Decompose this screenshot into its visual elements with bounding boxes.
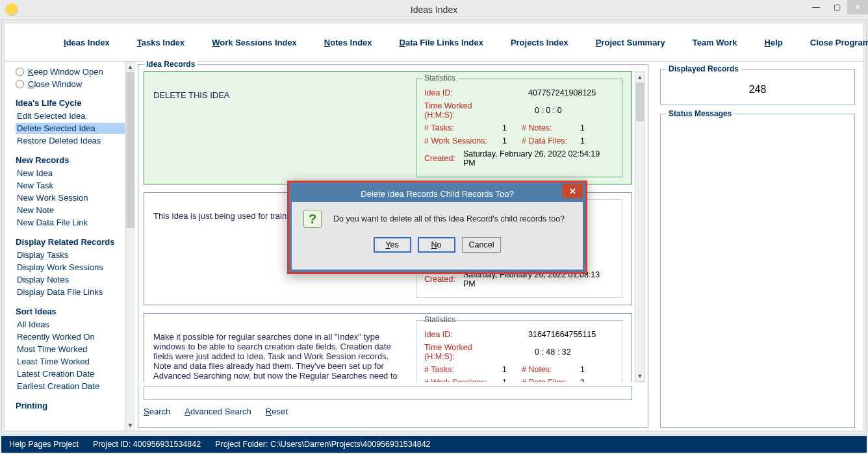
displayed-records-legend: Displayed Records (666, 64, 741, 73)
sidebar-heading: Idea's Life Cycle (16, 98, 133, 108)
sidebar-scrollbar[interactable]: ▲ ▼ (125, 62, 135, 431)
dialog-message: Do you want to delete all of this Idea R… (333, 214, 565, 223)
dialog-body: ? Do you want to delete all of this Idea… (292, 202, 583, 270)
sidebar-item-delete-selected-idea[interactable]: Delete Selected Idea (16, 123, 133, 134)
sidebar-item-most-time-worked[interactable]: Most Time Worked (16, 344, 133, 355)
scroll-thumb[interactable] (126, 72, 134, 228)
menu-help[interactable]: Help (765, 38, 783, 47)
advanced-search-link[interactable]: Advanced Search (185, 407, 251, 416)
idea-text: DELETE THIS IDEA (153, 79, 407, 177)
menubar: Ideas IndexTasks IndexWork Sessions Inde… (5, 23, 863, 61)
close-window-radio[interactable]: Close Window (16, 79, 133, 89)
menu-ideas-index[interactable]: Ideas Index (64, 38, 110, 47)
menu-close-program[interactable]: Close Program (810, 38, 868, 47)
idea-records-legend: Idea Records (144, 60, 198, 69)
sidebar-heading: New Records (16, 155, 133, 165)
status-messages-body (666, 125, 849, 404)
status-help-project: Help Pages Project (9, 440, 79, 449)
idea-statistics: StatisticsIdea ID:407757241908125Time Wo… (416, 79, 622, 177)
scroll-up-icon[interactable]: ▲ (125, 62, 135, 72)
sidebar-item-display-work-sessions[interactable]: Display Work Sessions (16, 262, 133, 273)
sidebar-item-latest-creation-date[interactable]: Latest Creation Date (16, 368, 133, 379)
keep-window-open-radio[interactable]: Keep Window Open (16, 67, 133, 77)
search-link[interactable]: Search (144, 407, 170, 416)
dialog-close-button[interactable]: ✕ (562, 184, 583, 198)
right-column: Displayed Records 248 Status Messages (660, 64, 855, 428)
sidebar-item-least-time-worked[interactable]: Least Time Worked (16, 356, 133, 367)
dialog-title-text: Delete Idea Records Child Records Too? (361, 189, 513, 199)
minimize-button[interactable]: — (806, 0, 826, 14)
menu-team-work[interactable]: Team Work (693, 38, 737, 47)
sidebar-item-recently-worked-on[interactable]: Recently Worked On (16, 331, 133, 342)
reset-link[interactable]: Reset (266, 407, 288, 416)
stats-legend: Statistics (422, 73, 458, 82)
confirm-dialog: Delete Idea Records Child Records Too? ✕… (287, 181, 587, 274)
menu-tasks-index[interactable]: Tasks Index (137, 38, 185, 47)
window-title: Ideas Index (411, 5, 457, 15)
menu-projects-index[interactable]: Projects Index (511, 38, 568, 47)
records-scrollbar[interactable]: ▲ ▼ (635, 71, 645, 382)
cancel-button[interactable]: Cancel (462, 237, 502, 253)
sidebar-item-new-task[interactable]: New Task (16, 180, 133, 191)
idea-text: Make it possible for regular searches do… (153, 320, 407, 382)
displayed-records-value: 248 (666, 80, 849, 99)
status-project-folder: Project Folder: C:\Users\Darren\Projects… (215, 440, 430, 449)
scroll-down-icon[interactable]: ▼ (635, 371, 645, 381)
sidebar-item-restore-deleted-ideas[interactable]: Restore Deleted Ideas (16, 135, 133, 146)
titlebar: Ideas Index — ▢ ✕ (0, 0, 868, 19)
status-messages-panel: Status Messages (660, 109, 855, 428)
sidebar-item-all-ideas[interactable]: All Ideas (16, 319, 133, 330)
scroll-up-icon[interactable]: ▲ (635, 72, 645, 82)
sidebar-item-edit-selected-idea[interactable]: Edit Selected Idea (16, 110, 133, 121)
scroll-down-icon[interactable]: ▼ (125, 420, 135, 431)
sidebar-heading: Display Related Records (16, 237, 133, 247)
search-bar: Search Advanced Search Reset (144, 386, 632, 422)
sidebar-item-display-notes[interactable]: Display Notes (16, 274, 133, 285)
idea-card[interactable]: DELETE THIS IDEAStatisticsIdea ID:407757… (144, 71, 632, 184)
sidebar-item-earliest-creation-date[interactable]: Earliest Creation Date (16, 381, 133, 392)
sidebar-item-display-tasks[interactable]: Display Tasks (16, 249, 133, 260)
menu-data-file-links-index[interactable]: Data File Links Index (400, 38, 483, 47)
displayed-records-panel: Displayed Records 248 (660, 64, 855, 105)
idea-statistics: StatisticsIdea ID:316471664755115Time Wo… (416, 320, 622, 382)
idea-card[interactable]: Make it possible for regular searches do… (144, 313, 632, 382)
sidebar-item-new-data-file-link[interactable]: New Data File Link (16, 217, 133, 228)
question-icon: ? (303, 210, 322, 228)
sidebar-heading: Printing (16, 401, 133, 410)
dialog-title: Delete Idea Records Child Records Too? ✕ (292, 185, 583, 202)
no-button[interactable]: No (418, 237, 455, 253)
sidebar-item-new-note[interactable]: New Note (16, 205, 133, 216)
sidebar-item-display-data-file-links[interactable]: Display Data File Links (16, 286, 133, 297)
menu-project-summary[interactable]: Project Summary (596, 38, 665, 47)
sidebar: Keep Window Open Close Window Idea's Lif… (5, 62, 135, 431)
sidebar-item-new-work-session[interactable]: New Work Session (16, 192, 133, 203)
stats-legend: Statistics (422, 315, 458, 324)
sidebar-heading: Sort Ideas (16, 307, 133, 316)
window-controls: — ▢ ✕ (806, 0, 868, 14)
maximize-button[interactable]: ▢ (826, 0, 847, 14)
status-messages-legend: Status Messages (666, 109, 734, 118)
menu-notes-index[interactable]: Notes Index (324, 38, 372, 47)
scroll-thumb[interactable] (636, 82, 644, 121)
yes-button[interactable]: Yes (374, 237, 411, 253)
sidebar-item-new-idea[interactable]: New Idea (16, 168, 133, 179)
close-button[interactable]: ✕ (847, 0, 868, 14)
menu-work-sessions-index[interactable]: Work Sessions Index (212, 38, 297, 47)
app-icon (5, 3, 18, 16)
status-bar: Help Pages Project Project ID: 400956931… (1, 436, 867, 453)
status-project-id: Project ID: 400956931534842 (93, 440, 201, 449)
search-input[interactable] (144, 386, 632, 400)
